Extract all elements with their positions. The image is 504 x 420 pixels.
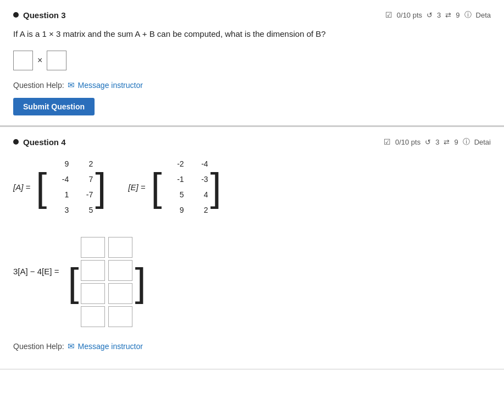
result-input-cell[interactable] (108, 260, 132, 281)
bullet-icon-q4 (13, 139, 19, 145)
checkbox-icon: ☑ (385, 10, 392, 19)
bracket-left-e: [ (151, 167, 162, 207)
matrix-e-cells: -2-4-1-35492 (162, 154, 211, 219)
mail-icon: ✉ (68, 80, 75, 90)
result-label: 3[A] − 4[E] = (13, 233, 59, 277)
bracket-left-a: [ (36, 167, 47, 207)
result-matrix-wrap: [ ] (68, 233, 146, 331)
q3-tries2: 9 (456, 11, 459, 19)
matrix-e-cell: 4 (198, 190, 208, 199)
matrix-a-wrap: [ 92-471-735 ] (36, 154, 106, 219)
matrix-e-cell: -4 (198, 159, 208, 168)
bracket-right-e: ] (211, 167, 221, 207)
matrix-a-cell: 1 (59, 190, 69, 199)
bracket-left-result: [ (68, 262, 79, 302)
q4-pts: 0/10 pts (395, 138, 420, 146)
result-input-cells (79, 233, 135, 331)
matrix-e-cell: 5 (174, 190, 184, 199)
question4-meta: ☑ 0/10 pts ↺ 3 ⇄ 9 ⓘ Detai (384, 137, 491, 147)
q4-help: Question Help: ✉ Message instructor (13, 341, 491, 351)
matrix-e-wrap: [ -2-4-1-35492 ] (151, 154, 221, 219)
q3-submit-button[interactable]: Submit Question (13, 98, 95, 115)
q4-message-link[interactable]: Message instructor (78, 342, 143, 351)
matrix-a-cell: 5 (83, 206, 93, 214)
arrows-icon-q4: ⇄ (444, 138, 450, 146)
matrix-e-cell: 2 (198, 206, 208, 214)
times-symbol: × (37, 56, 42, 65)
question3-title: Question 3 (13, 10, 66, 20)
info-icon-q4: ⓘ (463, 137, 470, 147)
dimension-input-row: × (13, 51, 491, 70)
matrix-a-cells: 92-471-735 (47, 154, 95, 219)
bullet-icon (13, 12, 19, 18)
matrix-a-cell: -4 (59, 175, 69, 184)
checkbox-icon-q4: ☑ (384, 137, 391, 146)
matrix-e-cell: 9 (174, 206, 184, 214)
refresh-icon-q4: ↺ (425, 138, 431, 146)
bracket-right-a: ] (95, 167, 106, 207)
q3-message-link[interactable]: Message instructor (78, 81, 143, 90)
result-input-cell[interactable] (108, 237, 132, 258)
dimension-rows-input[interactable] (13, 51, 33, 70)
matrix-a-cell: 9 (59, 159, 69, 168)
refresh-icon: ↺ (427, 11, 433, 19)
q4-detail[interactable]: Detai (474, 138, 491, 146)
q3-help-label: Question Help: (13, 81, 64, 90)
q4-help-label: Question Help: (13, 342, 64, 351)
question4-title: Question 4 (13, 137, 66, 147)
result-section: 3[A] − 4[E] = [ ] (13, 233, 491, 331)
q3-detail[interactable]: Deta (476, 11, 491, 19)
q3-tries1: 3 (437, 11, 441, 19)
arrows-icon: ⇄ (445, 11, 451, 19)
matrix-a-eq: [A] = [ 92-471-735 ] (13, 154, 106, 219)
result-input-cell[interactable] (108, 306, 132, 327)
q4-tries2: 9 (454, 138, 458, 146)
matrix-a-cell: 3 (59, 206, 69, 214)
matrix-a-cell: -7 (83, 190, 93, 199)
matrix-e-cell: -1 (174, 175, 184, 184)
result-input-cell[interactable] (81, 283, 105, 304)
dimension-cols-input[interactable] (47, 51, 67, 70)
matrix-a-label: [A] = (13, 183, 30, 192)
result-input-cell[interactable] (81, 306, 105, 327)
mail-icon-q4: ✉ (68, 341, 75, 351)
q3-text: If A is a 1 × 3 matrix and the sum A + B… (13, 27, 491, 41)
matrix-a-cell: 7 (83, 175, 93, 184)
result-input-cell[interactable] (81, 237, 105, 258)
matrix-e-cell: -3 (198, 175, 208, 184)
info-icon: ⓘ (464, 10, 472, 20)
matrix-e-cell: -2 (174, 159, 184, 168)
q4-tries1: 3 (435, 138, 439, 146)
bracket-right-result: ] (135, 262, 146, 302)
matrix-e-eq: [E] = [ -2-4-1-35492 ] (128, 154, 221, 219)
matrix-e-label: [E] = (128, 183, 145, 192)
matrix-a-cell: 2 (83, 159, 93, 168)
result-input-cell[interactable] (81, 260, 105, 281)
question3-meta: ☑ 0/10 pts ↺ 3 ⇄ 9 ⓘ Deta (385, 10, 491, 20)
matrices-row: [A] = [ 92-471-735 ] [E] = [ -2-4-1-3549… (13, 154, 491, 219)
result-input-cell[interactable] (108, 283, 132, 304)
q3-help: Question Help: ✉ Message instructor (13, 80, 491, 90)
q3-pts: 0/10 pts (397, 11, 422, 19)
